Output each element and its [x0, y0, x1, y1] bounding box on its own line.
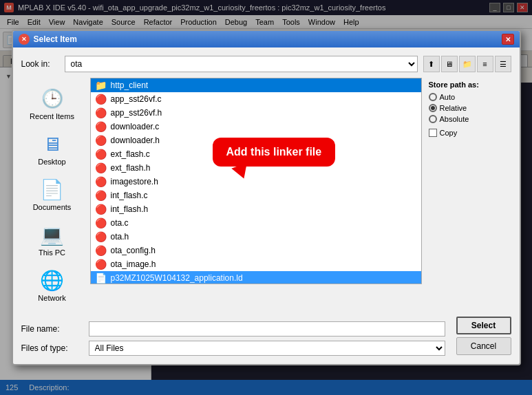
filetype-label: Files of type:: [21, 343, 83, 353]
nav-documents[interactable]: 📄 Documents: [25, 174, 80, 214]
copy-checkbox-item[interactable]: Copy: [429, 129, 511, 137]
filetype-combo[interactable]: All Files: [89, 341, 445, 356]
filename-input[interactable]: [89, 321, 445, 337]
store-path-panel: Store path as: Auto Relative Absolute: [429, 78, 511, 310]
look-in-label: Look in:: [21, 59, 59, 69]
radio-absolute[interactable]: Absolute: [429, 115, 511, 123]
detail-view-btn[interactable]: ☰: [495, 56, 511, 72]
list-item[interactable]: 🔴 int_flash.c: [91, 189, 421, 202]
desktop-btn[interactable]: 🖥: [441, 56, 458, 72]
list-view-btn[interactable]: ≡: [477, 56, 493, 72]
ld-file-icon: 📄: [95, 273, 107, 284]
list-item[interactable]: 🔴 int_flash.h: [91, 202, 421, 216]
dialog-title-bar: ✕ Select Item ✕: [13, 31, 520, 47]
h-file-icon: 🔴: [95, 259, 107, 270]
desktop-label: Desktop: [38, 158, 65, 166]
list-item[interactable]: 📁 http_client: [91, 78, 421, 92]
file-name: downloader.h: [111, 136, 160, 145]
documents-label: Documents: [33, 203, 72, 211]
nav-desktop[interactable]: 🖥 Desktop: [25, 129, 80, 169]
bottom-rows: File name: Files of type: All Files Sele…: [21, 316, 511, 356]
dialog-body: Look in: ota ⬆ 🖥 📁 ≡ ☰ 🕒 R: [13, 47, 520, 364]
modal-overlay: ✕ Select Item ✕ Look in: ota ⬆ 🖥 📁 ≡ ☰: [0, 0, 532, 395]
h-file-icon: 🔴: [95, 231, 107, 242]
file-name: p32MZ1025W104132_application.ld: [111, 273, 243, 283]
select-button[interactable]: Select: [456, 317, 511, 334]
file-name: ota.c: [111, 218, 129, 228]
radio-relative-label: Relative: [440, 104, 467, 112]
look-in-buttons: ⬆ 🖥 📁 ≡ ☰: [423, 56, 511, 72]
list-item[interactable]: 🔴 app_sst26vf.c: [91, 92, 421, 106]
list-item-ld[interactable]: 📄 p32MZ1025W104132_application.ld: [91, 271, 421, 284]
this-pc-icon: 💻: [39, 222, 66, 247]
file-name: int_flash.h: [111, 204, 149, 214]
filename-row: File name:: [21, 321, 445, 337]
file-name: app_sst26vf.h: [111, 108, 162, 118]
look-in-combo[interactable]: ota: [65, 56, 418, 72]
list-item[interactable]: 🔴 ota.c: [91, 216, 421, 230]
file-name: ota_image.h: [111, 259, 156, 269]
file-name: downloader.c: [111, 122, 160, 131]
list-item[interactable]: 🔴 ota.h: [91, 230, 421, 244]
dialog-close-btn[interactable]: ✕: [502, 34, 514, 45]
list-item[interactable]: 🔴 app_sst26vf.h: [91, 106, 421, 120]
folder-icon: 📁: [95, 80, 107, 91]
select-item-dialog: ✕ Select Item ✕ Look in: ota ⬆ 🖥 📁 ≡ ☰: [12, 30, 521, 365]
c-file-icon: 🔴: [95, 149, 107, 160]
dialog-title: Select Item: [34, 34, 502, 44]
network-label: Network: [38, 294, 65, 302]
file-name: ext_flash.c: [111, 149, 150, 159]
nav-icons: 🕒 Recent Items 🖥 Desktop 📄 Documents 💻 T…: [21, 78, 83, 310]
this-pc-label: This PC: [39, 248, 65, 257]
list-item[interactable]: 🔴 ota_config.h: [91, 244, 421, 257]
h-file-icon: 🔴: [95, 135, 107, 146]
c-file-icon: 🔴: [95, 217, 107, 228]
radio-auto[interactable]: Auto: [429, 93, 511, 101]
file-name: http_client: [111, 81, 149, 90]
radio-absolute-label: Absolute: [440, 115, 469, 123]
radio-relative-circle[interactable]: [429, 104, 437, 112]
filename-label: File name:: [21, 324, 83, 334]
file-name: ext_flash.h: [111, 163, 151, 173]
list-item[interactable]: 🔴 ota_image.h: [91, 257, 421, 271]
nav-recent-items[interactable]: 🕒 Recent Items: [25, 83, 80, 123]
c-file-icon: 🔴: [95, 94, 107, 105]
file-name: imagestore.h: [111, 177, 158, 186]
h-file-icon: 🔴: [95, 162, 107, 173]
c-file-icon: 🔴: [95, 190, 107, 201]
action-buttons: Select Cancel: [456, 317, 511, 355]
recent-items-label: Recent Items: [30, 112, 74, 120]
nav-network[interactable]: 🌐 Network: [25, 265, 80, 305]
h-file-icon: 🔴: [95, 245, 107, 256]
file-list[interactable]: 📁 http_client 🔴 app_sst26vf.c 🔴 app_sst2…: [90, 78, 422, 284]
desktop-icon: 🖥: [39, 131, 66, 156]
file-area-wrapper: 🕒 Recent Items 🖥 Desktop 📄 Documents 💻 T…: [21, 78, 511, 310]
h-file-icon: 🔴: [95, 176, 107, 187]
go-up-btn[interactable]: ⬆: [423, 56, 440, 72]
c-file-icon: 🔴: [95, 121, 107, 132]
dialog-icon: ✕: [19, 34, 30, 45]
filetype-row: Files of type: All Files: [21, 341, 445, 356]
radio-auto-circle[interactable]: [429, 93, 437, 101]
list-item[interactable]: 🔴 downloader.c: [91, 120, 421, 134]
file-name: app_sst26vf.c: [111, 94, 162, 104]
file-name: ota_config.h: [111, 246, 156, 255]
radio-relative[interactable]: Relative: [429, 104, 511, 112]
look-in-row: Look in: ota ⬆ 🖥 📁 ≡ ☰: [21, 56, 511, 72]
radio-auto-label: Auto: [440, 93, 456, 101]
file-name: ota.h: [111, 232, 129, 242]
list-item[interactable]: 🔴 imagestore.h: [91, 175, 421, 189]
documents-icon: 📄: [39, 177, 66, 202]
copy-label: Copy: [440, 129, 458, 137]
copy-checkbox[interactable]: [429, 129, 437, 137]
nav-this-pc[interactable]: 💻 This PC: [25, 220, 80, 259]
h-file-icon: 🔴: [95, 107, 107, 118]
new-folder-btn[interactable]: 📁: [459, 56, 476, 72]
annotation-bubble: Add this linker file: [213, 138, 336, 167]
store-path-label: Store path as:: [429, 81, 511, 89]
file-name: int_flash.c: [111, 191, 148, 200]
recent-items-icon: 🕒: [39, 86, 66, 111]
cancel-button[interactable]: Cancel: [456, 337, 511, 355]
radio-absolute-circle[interactable]: [429, 115, 437, 123]
filename-filetype-area: File name: Files of type: All Files: [21, 316, 445, 356]
